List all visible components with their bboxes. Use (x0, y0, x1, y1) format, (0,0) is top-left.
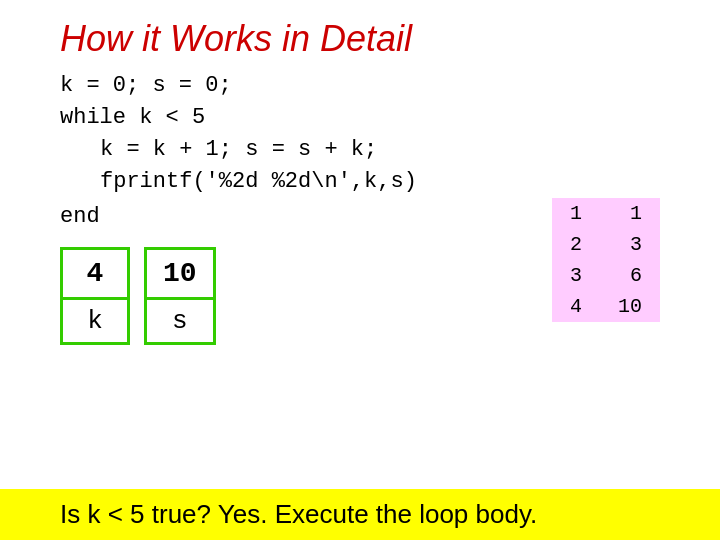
page-title: How it Works in Detail (0, 0, 720, 70)
output-table-container: 112336410 (552, 194, 660, 322)
table-cell-col1: 1 (552, 198, 600, 229)
table-row: 11 (552, 198, 660, 229)
table-row: 23 (552, 229, 660, 260)
page: How it Works in Detail k = 0; s = 0; whi… (0, 0, 720, 540)
table-cell-col2: 6 (600, 260, 660, 291)
table-row: 410 (552, 291, 660, 322)
code-line-1: k = 0; s = 0; (60, 70, 720, 102)
variable-boxes: 4 k 10 s (60, 247, 216, 345)
table-row: 36 (552, 260, 660, 291)
code-line-2: while k < 5 (60, 102, 720, 134)
var-s-box: 10 s (144, 247, 216, 345)
var-s-value: 10 (147, 250, 213, 300)
table-cell-col1: 2 (552, 229, 600, 260)
var-k-box: 4 k (60, 247, 130, 345)
table-cell-col2: 10 (600, 291, 660, 322)
code-line-3: k = k + 1; s = s + k; (60, 134, 720, 166)
var-k-value: 4 (63, 250, 127, 300)
table-cell-col2: 3 (600, 229, 660, 260)
bottom-status-bar: Is k < 5 true? Yes. Execute the loop bod… (0, 489, 720, 540)
table-cell-col1: 4 (552, 291, 600, 322)
var-s-label: s (147, 300, 213, 342)
code-block: k = 0; s = 0; while k < 5 k = k + 1; s =… (0, 70, 720, 198)
var-k-label: k (63, 300, 127, 342)
output-table: 112336410 (552, 198, 660, 322)
bottom-status-text: Is k < 5 true? Yes. Execute the loop bod… (60, 499, 537, 529)
table-cell-col1: 3 (552, 260, 600, 291)
table-cell-col2: 1 (600, 198, 660, 229)
